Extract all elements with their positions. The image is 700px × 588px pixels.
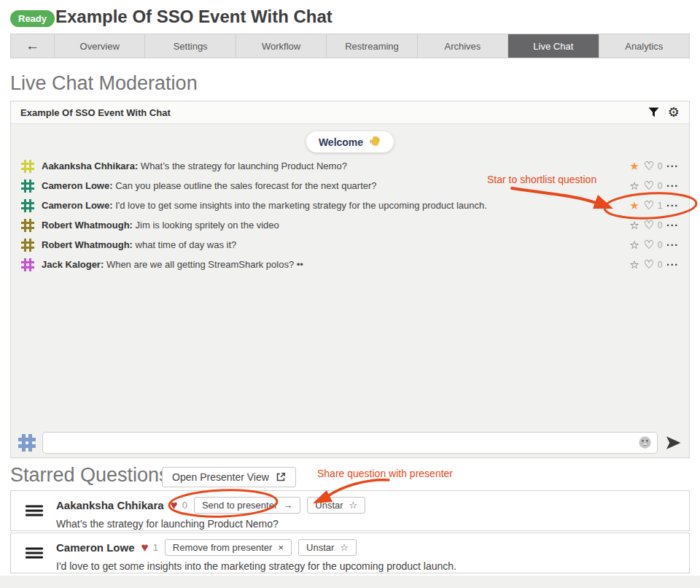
like-count: 1	[656, 201, 664, 211]
drag-handle-icon[interactable]	[26, 503, 43, 519]
annotation-share-note: Share question with presenter	[317, 468, 453, 479]
starred-question-list: Aakanksha Chhikara ♥ 0 Send to presenter…	[10, 490, 690, 575]
heart-button[interactable]: ♡	[642, 238, 656, 252]
unstar-label: Unstar	[306, 542, 334, 553]
more-options-button[interactable]: ···	[666, 160, 679, 172]
message-text: What’s the strategy for launching Produc…	[141, 160, 347, 171]
gear-icon[interactable]: ⚙	[668, 106, 680, 119]
more-options-button[interactable]: ···	[666, 180, 679, 192]
filter-icon[interactable]	[648, 107, 659, 117]
heart-button[interactable]: ♡	[642, 198, 656, 212]
heart-button[interactable]: ♡	[642, 258, 656, 271]
drag-handle-icon[interactable]	[26, 546, 43, 561]
like-count: 0	[656, 220, 664, 231]
open-presenter-view-label: Open Presenter View	[172, 471, 269, 483]
chat-message-3: Cameron Lowe: I'd love to get some insig…	[11, 196, 689, 215]
heart-button[interactable]: ♡	[642, 218, 656, 232]
avatar	[21, 258, 34, 271]
back-button[interactable]: ←	[11, 34, 55, 58]
starred-questions-title: Starred Questions	[10, 464, 169, 487]
message-author: Robert Whatmough:	[42, 220, 133, 231]
moderation-title: Live Chat Moderation	[10, 72, 198, 95]
star-button[interactable]: ★	[627, 160, 642, 173]
open-presenter-view-button[interactable]: Open Presenter View	[162, 467, 296, 487]
star-outline-icon: ☆	[349, 500, 358, 511]
star-button[interactable]: ☆	[627, 219, 642, 232]
message-author: Robert Whatmough:	[42, 239, 133, 250]
unstar-button[interactable]: Unstar ☆	[298, 539, 357, 556]
avatar	[21, 160, 34, 173]
starred-question-1: Aakanksha Chhikara ♥ 0 Send to presenter…	[10, 490, 690, 531]
message-author: Cameron Lowe:	[42, 200, 113, 211]
chat-panel-title: Example Of SSO Event With Chat	[20, 107, 171, 118]
like-count: 1	[153, 542, 158, 553]
tab-analytics[interactable]: Analytics	[599, 34, 689, 58]
heart-button[interactable]: ♡	[642, 179, 656, 193]
like-count: 0	[656, 240, 664, 250]
star-button[interactable]: ☆	[627, 258, 642, 271]
message-text: Can you please outline the sales forecas…	[115, 180, 376, 191]
star-button[interactable]: ☆	[627, 239, 642, 252]
unstar-label: Unstar	[315, 500, 343, 511]
emoji-picker-icon[interactable]	[638, 436, 652, 449]
chat-message-6: Jack Kaloger: When are we all getting St…	[11, 255, 689, 274]
starred-question-text: I'd love to get some insights into the m…	[56, 560, 682, 572]
heart-icon: ♥	[171, 499, 178, 511]
avatar	[21, 239, 34, 252]
like-count: 0	[656, 181, 664, 191]
message-author: Aakanksha Chhikara:	[42, 160, 138, 171]
heart-icon: ♥	[141, 541, 149, 554]
tab-settings[interactable]: Settings	[145, 34, 236, 58]
message-text: I'd love to get some insights into the m…	[115, 200, 487, 211]
arrow-right-icon: →	[283, 500, 292, 511]
star-button[interactable]: ★	[627, 199, 642, 212]
message-text: When are we all getting StreamShark polo…	[106, 259, 303, 270]
tab-archives[interactable]: Archives	[418, 34, 508, 58]
like-count: 0	[656, 260, 664, 270]
remove-from-presenter-button[interactable]: Remove from presenter ×	[165, 539, 292, 556]
page: Ready Example Of SSO Event With Chat ← O…	[0, 0, 700, 588]
more-options-button[interactable]: ···	[666, 200, 679, 212]
page-bottom-strip	[0, 576, 700, 588]
tab-live-chat[interactable]: Live Chat	[508, 34, 599, 58]
more-options-button[interactable]: ···	[666, 259, 679, 271]
star-button[interactable]: ☆	[627, 179, 642, 193]
tab-overview[interactable]: Overview	[55, 34, 145, 58]
unstar-button[interactable]: Unstar ☆	[307, 497, 365, 514]
welcome-label: Welcome	[319, 136, 363, 148]
message-text: what time of day was it?	[136, 239, 237, 250]
status-badge: Ready	[10, 10, 55, 27]
heart-button[interactable]: ♡	[642, 159, 656, 173]
close-x-icon: ×	[278, 542, 284, 553]
avatar	[21, 219, 34, 232]
welcome-pill[interactable]: Welcome	[306, 131, 394, 152]
more-options-button[interactable]: ···	[666, 239, 679, 251]
tab-workflow[interactable]: Workflow	[236, 34, 327, 58]
remove-from-presenter-label: Remove from presenter	[173, 542, 273, 553]
chat-message-4: Robert Whatmough: Jim is looking spritel…	[11, 215, 689, 235]
chat-input[interactable]	[42, 432, 658, 454]
send-message-icon[interactable]	[665, 436, 682, 450]
like-count: 0	[656, 161, 664, 171]
send-to-presenter-label: Send to presenter	[202, 500, 277, 511]
wave-hand-icon	[369, 136, 381, 148]
starred-author: Aakanksha Chhikara	[56, 499, 164, 511]
chat-message-5: Robert Whatmough: what time of day was i…	[11, 235, 689, 255]
chat-input-row	[11, 428, 689, 457]
my-avatar	[18, 434, 36, 452]
message-author: Jack Kaloger:	[42, 259, 104, 270]
chat-message-1: Aakanksha Chhikara: What’s the strategy …	[11, 156, 689, 176]
more-options-button[interactable]: ···	[666, 220, 679, 231]
tab-restreaming[interactable]: Restreaming	[327, 34, 417, 58]
like-count: 0	[182, 500, 187, 511]
send-to-presenter-button[interactable]: Send to presenter →	[194, 497, 300, 514]
starred-author: Cameron Lowe	[56, 541, 135, 554]
message-author: Cameron Lowe:	[42, 180, 113, 191]
starred-question-2: Cameron Lowe ♥ 1 Remove from presenter ×…	[10, 533, 690, 573]
star-outline-icon: ☆	[340, 542, 349, 553]
chat-panel-header: Example Of SSO Event With Chat ⚙	[11, 101, 689, 124]
avatar	[21, 179, 34, 193]
annotation-star-note: Star to shortlist question	[487, 174, 596, 185]
chat-message-area: Welcome	[11, 124, 689, 428]
tab-bar: ← Overview Settings Workflow Restreaming…	[10, 34, 690, 58]
